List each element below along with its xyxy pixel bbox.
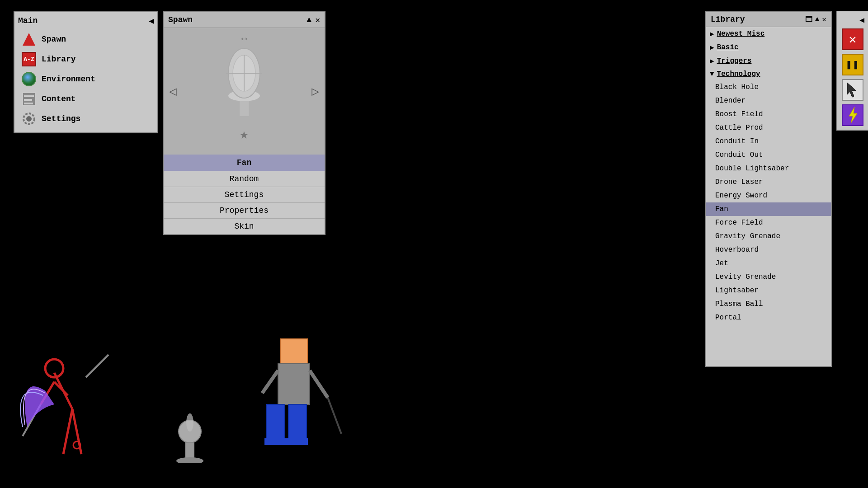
category-label-basic: Basic: [717, 43, 739, 52]
right-toolbar: ◀ ✕ ❚❚: [836, 11, 868, 131]
sidebar-item-library[interactable]: A-Z Library: [18, 49, 154, 69]
category-label-newest-misc: Newest Misc: [717, 30, 765, 38]
library-item-conduit-out[interactable]: Conduit Out: [706, 148, 831, 162]
close-button[interactable]: ✕: [842, 28, 863, 50]
library-item-force-field[interactable]: Force Field: [706, 216, 831, 230]
spawn-selected-name: Fan: [164, 155, 325, 171]
library-item-gravity-grenade[interactable]: Gravity Grenade: [706, 230, 831, 243]
main-panel-close[interactable]: ◀: [149, 16, 154, 26]
svg-marker-22: [23, 33, 35, 46]
close-icon: ✕: [849, 32, 857, 47]
environment-icon: [22, 72, 36, 86]
library-item-jet[interactable]: Jet: [706, 257, 831, 270]
library-item-blender[interactable]: Blender: [706, 94, 831, 108]
lightning-icon: [845, 106, 860, 124]
svg-line-3: [41, 382, 54, 404]
svg-rect-13: [280, 339, 307, 364]
category-arrow-basic: ▶: [710, 43, 714, 52]
category-arrow: ▶: [710, 29, 714, 38]
library-panel: Library 🗖 ▲ ✕ ▶ Newest Misc ▶ Basic ▶ Tr…: [705, 11, 832, 367]
spawn-nav-left-btn[interactable]: ◁: [169, 84, 177, 99]
svg-line-15: [262, 371, 278, 393]
content-label: Content: [42, 94, 76, 103]
pause-button[interactable]: ❚❚: [842, 54, 863, 75]
svg-point-5: [45, 359, 63, 377]
svg-point-12: [186, 413, 193, 432]
library-item-cattle-prod[interactable]: Cattle Prod: [706, 121, 831, 135]
pause-icon: ❚❚: [846, 59, 860, 71]
spawn-random-btn[interactable]: Random: [164, 171, 325, 187]
category-basic[interactable]: ▶ Basic: [706, 41, 831, 54]
library-item-lightsaber[interactable]: Lightsaber: [706, 284, 831, 297]
library-window-btn[interactable]: 🗖: [805, 15, 812, 24]
stickman: [253, 330, 353, 465]
library-item-levity-grenade[interactable]: Levity Grenade: [706, 270, 831, 284]
category-triggers[interactable]: ▶ Triggers: [706, 54, 831, 68]
cursor-button[interactable]: [842, 79, 863, 101]
spawn-minimize-btn[interactable]: ▲: [307, 15, 311, 24]
category-newest-misc[interactable]: ▶ Newest Misc: [706, 27, 831, 41]
main-title: Main: [18, 16, 38, 25]
library-panel-header: Library 🗖 ▲ ✕: [706, 12, 831, 27]
sidebar-item-environment[interactable]: Environment: [18, 69, 154, 89]
svg-point-8: [73, 441, 80, 449]
sidebar-item-content[interactable]: Content: [18, 89, 154, 109]
spawn-panel-header: Spawn ▲ ✕: [164, 12, 325, 28]
svg-marker-31: [847, 83, 856, 97]
svg-rect-19: [288, 404, 307, 441]
library-item-plasma-ball[interactable]: Plasma Ball: [706, 297, 831, 311]
svg-line-16: [310, 371, 328, 398]
spawn-settings-btn[interactable]: Settings: [164, 187, 325, 202]
library-list[interactable]: ▶ Newest Misc ▶ Basic ▶ Triggers ▼ Techn…: [706, 27, 831, 366]
lightning-button[interactable]: [842, 104, 863, 126]
spawn-label: Spawn: [42, 35, 66, 44]
sidebar-item-spawn[interactable]: Spawn: [18, 29, 154, 49]
svg-point-11: [179, 420, 201, 443]
library-label: Library: [42, 55, 76, 64]
spawn-header-buttons: ▲ ✕: [307, 15, 320, 25]
svg-rect-9: [185, 436, 194, 461]
spawn-title: Spawn: [168, 15, 193, 24]
spawn-resize-arrows: ↔: [241, 33, 247, 45]
library-item-boost-field[interactable]: Boost Field: [706, 108, 831, 121]
library-item-energy-sword[interactable]: Energy Sword: [706, 189, 831, 202]
sidebar-item-settings[interactable]: Settings: [18, 109, 154, 129]
spawn-close-btn[interactable]: ✕: [315, 15, 320, 25]
content-icon: [22, 92, 36, 106]
svg-line-1: [63, 409, 72, 454]
library-header-buttons: 🗖 ▲ ✕: [805, 15, 826, 24]
spawn-properties-btn[interactable]: Properties: [164, 202, 325, 218]
toolbar-collapse-arrow[interactable]: ◀: [859, 15, 868, 25]
spawn-favorite-star[interactable]: ★: [240, 125, 248, 143]
library-item-double-lightsaber[interactable]: Double Lightsaber: [706, 162, 831, 175]
library-item-drone-laser[interactable]: Drone Laser: [706, 175, 831, 189]
category-label-triggers: Triggers: [717, 57, 752, 65]
library-item-hoverboard[interactable]: Hoverboard: [706, 243, 831, 257]
category-technology[interactable]: ▼ Technology: [706, 68, 831, 80]
library-item-conduit-in[interactable]: Conduit In: [706, 135, 831, 148]
settings-label: Settings: [42, 114, 80, 123]
main-panel: Main ◀ Spawn A-Z Library Environment Con…: [14, 11, 158, 133]
spawn-panel: Spawn ▲ ✕ ↔ ◁ ▷ ★ Fan Random Settings Pr…: [163, 11, 326, 235]
library-item-fan[interactable]: Fan: [706, 202, 831, 216]
fan-preview-model: [217, 39, 271, 121]
svg-line-0: [54, 373, 72, 409]
svg-rect-14: [278, 364, 310, 404]
svg-line-2: [72, 409, 81, 454]
library-item-black-hole[interactable]: Black Hole: [706, 80, 831, 94]
spawn-preview-area: ↔ ◁ ▷ ★: [164, 28, 325, 155]
spawn-skin-btn[interactable]: Skin: [164, 218, 325, 234]
category-arrow-technology: ▼: [710, 70, 714, 78]
library-item-portal[interactable]: Portal: [706, 311, 831, 324]
red-figure: [18, 337, 154, 463]
spawn-nav-right-btn[interactable]: ▷: [311, 84, 319, 99]
svg-rect-21: [286, 438, 308, 445]
fan-ground: [167, 391, 212, 463]
category-arrow-triggers: ▶: [710, 56, 714, 66]
category-label-technology: Technology: [717, 70, 760, 78]
svg-point-23: [26, 116, 32, 122]
library-close-btn[interactable]: ✕: [822, 15, 826, 24]
library-title: Library: [711, 15, 745, 24]
svg-rect-18: [267, 404, 285, 441]
library-minimize-btn[interactable]: ▲: [815, 15, 820, 23]
